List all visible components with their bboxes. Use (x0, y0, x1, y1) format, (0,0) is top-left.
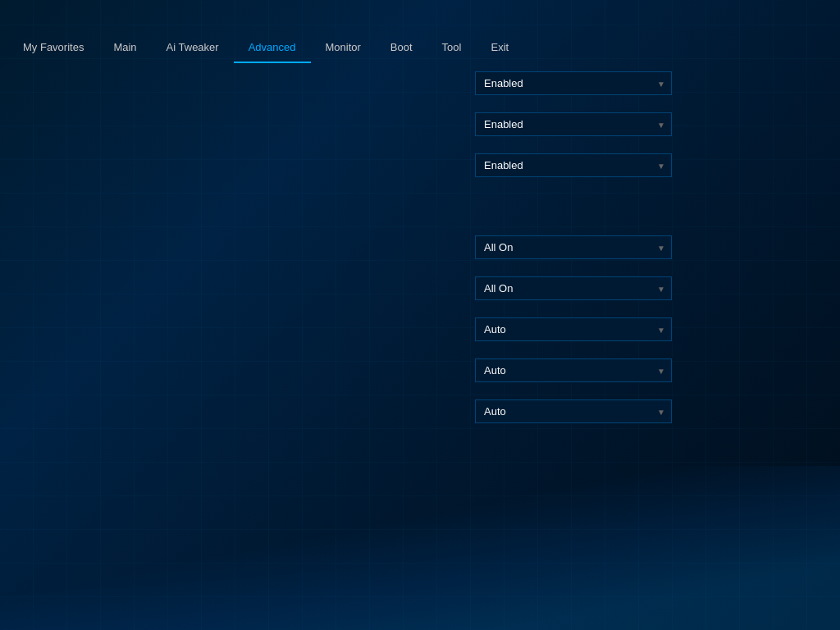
led-sleep-control: All On All Off Stealth Mode (475, 276, 672, 300)
m2-2-control: Auto SATA mode PCIE mode (475, 358, 672, 382)
nav-advanced[interactable]: Advanced (234, 32, 311, 63)
usb-power-control: Enabled Disabled (475, 153, 672, 177)
hd-audio-control: Enabled Disabled (475, 71, 672, 95)
intel-lan-select[interactable]: Enabled Disabled (475, 112, 672, 136)
nav-exit[interactable]: Exit (476, 31, 523, 62)
u32g2-control: Auto Enabled Disabled (475, 399, 672, 423)
nav-my-favorites[interactable]: My Favorites (8, 31, 98, 62)
nav-ai-tweaker[interactable]: Ai Tweaker (152, 31, 234, 62)
m2-1-control: Auto SATA mode PCIE mode (475, 317, 672, 341)
nav-monitor[interactable]: Monitor (311, 31, 376, 62)
usb-power-select[interactable]: Enabled Disabled (475, 153, 672, 177)
led-working-control: All On All Off Stealth Mode (475, 235, 672, 259)
hd-audio-select[interactable]: Enabled Disabled (475, 71, 672, 95)
nav-boot[interactable]: Boot (376, 31, 427, 62)
led-sleep-select[interactable]: All On All Off Stealth Mode (475, 276, 672, 300)
m2-2-select[interactable]: Auto SATA mode PCIE mode (475, 358, 672, 382)
nav-main[interactable]: Main (98, 31, 151, 62)
u32g2-select[interactable]: Auto Enabled Disabled (475, 399, 672, 423)
nav-tool[interactable]: Tool (427, 31, 477, 62)
m2-1-select[interactable]: Auto SATA mode PCIE mode (475, 317, 672, 341)
intel-lan-control: Enabled Disabled (475, 112, 672, 136)
led-working-select[interactable]: All On All Off Stealth Mode (475, 235, 672, 259)
